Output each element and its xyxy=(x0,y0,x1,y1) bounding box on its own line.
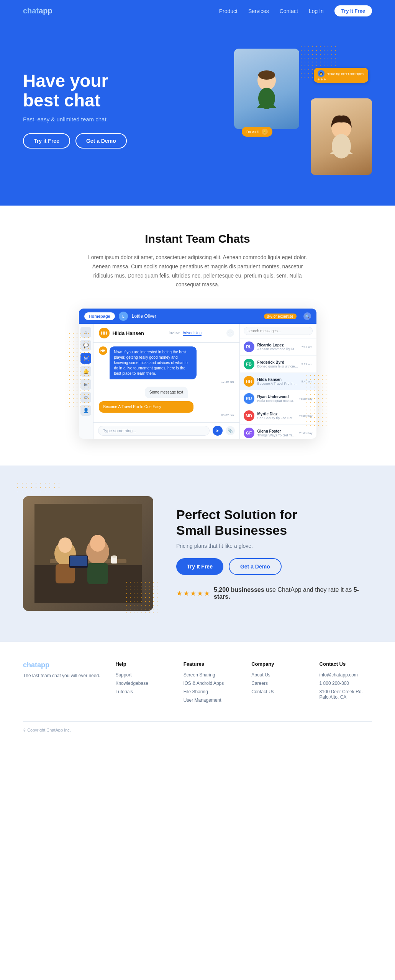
hero-content: Have your best chat Fast, easy & unlimit… xyxy=(23,71,127,149)
contact-info: Frederick Byrd Donec quam felis ultricie… xyxy=(257,360,298,368)
footer-link[interactable]: User Management xyxy=(184,697,236,703)
stars-display: ★★★★★ xyxy=(176,589,211,598)
business-buttons: Try It Free Get a Demo xyxy=(176,558,372,575)
footer-top: chatapp The last team chat you will ever… xyxy=(23,661,372,706)
contact-name: Myrtle Diaz xyxy=(257,412,296,416)
nav-link-services[interactable]: Services xyxy=(248,8,269,14)
contact-avatar: RU xyxy=(244,393,254,404)
footer-col-0: HelpSupportKnowledgebaseTutorials xyxy=(115,661,168,706)
nav-link-product[interactable]: Product xyxy=(219,8,238,14)
contact-info: Myrtle Diaz Sed Beauty tip For Get Last … xyxy=(257,412,296,420)
footer-bottom: © Copyright ChatApp Inc. xyxy=(23,721,372,732)
stats-bold: 5,200 businesses xyxy=(214,586,264,593)
footer-link[interactable]: Contact Us xyxy=(251,689,304,694)
section-small-business: Perfect Solution for Small Businesses Pr… xyxy=(0,466,395,642)
dots-right xyxy=(305,374,328,427)
footer-col-3: Contact Usinfo@chatapp.com1 800 200-3003… xyxy=(320,661,372,706)
footer-logo: chatapp xyxy=(23,661,100,669)
contact-avatar: RL xyxy=(244,341,254,352)
contact-preview: Nulla consequat massa. xyxy=(257,399,296,403)
chat-tab-inview[interactable]: Inview xyxy=(169,331,179,336)
footer-link[interactable]: Screen Sharing xyxy=(184,672,236,678)
imonit-avatar: 😊 xyxy=(262,129,268,135)
contact-avatar: GF xyxy=(244,428,254,438)
hero-imonit-badge: I'm on it! 😊 xyxy=(242,127,272,137)
business-try-free-button[interactable]: Try It Free xyxy=(176,558,223,575)
hero-buttons: Try it Free Get a Demo xyxy=(23,133,127,149)
msg3-time: 00:07 am xyxy=(99,413,234,417)
contact-info: Ricardo Lopez Aenean commodo ligula eget… xyxy=(257,343,298,351)
footer-link[interactable]: Knowledgebase xyxy=(115,681,168,686)
footer-col-title: Features xyxy=(184,661,236,667)
send-button[interactable]: ➤ xyxy=(213,426,223,436)
hero-headline: Have your best chat xyxy=(23,71,127,110)
nav-logo: chatapp xyxy=(23,7,52,15)
business-image-wrapper xyxy=(23,496,153,611)
hero-get-demo-button[interactable]: Get a Demo xyxy=(75,133,127,149)
footer-col-title: Help xyxy=(115,661,168,667)
hero-section: Have your best chat Fast, easy & unlimit… xyxy=(0,22,395,206)
contact-preview: Donec quam felis ultricies nec... xyxy=(257,364,298,368)
footer-link[interactable]: 1 800 200-300 xyxy=(320,681,372,686)
nav-links: Product Services Contact Log In Try It F… xyxy=(219,5,372,16)
footer-link[interactable]: 3100 Deer Creek Rd. Palo Alto, CA xyxy=(320,689,372,700)
contact-avatar: HH xyxy=(244,376,254,387)
app-body: ⌂ 💬 ✉ 🔔 ⊞ ⚙ 👤 HH Hilda Hansen xyxy=(79,324,316,439)
chat-input-row: Type something... ➤ 📎 xyxy=(93,422,239,439)
footer-col-2: CompanyAbout UsCareersContact Us xyxy=(251,661,304,706)
hero-try-free-button[interactable]: Try it Free xyxy=(23,133,70,149)
contact-item[interactable]: RL Ricardo Lopez Aenean commodo ligula e… xyxy=(240,338,316,356)
footer-brand: chatapp The last team chat you will ever… xyxy=(23,661,100,706)
msg-bubble-3: Become A Travel Pro In One Easy xyxy=(99,401,193,413)
footer-link[interactable]: About Us xyxy=(251,672,304,678)
contact-time: 7:17 am xyxy=(302,345,313,349)
contact-avatar: MD xyxy=(244,410,254,421)
footer-col-1: FeaturesScreen SharingiOS & Android Apps… xyxy=(184,661,236,706)
svg-rect-12 xyxy=(87,563,108,584)
chat-messages: HH Now, if you are interested in being t… xyxy=(93,343,239,422)
dots-left xyxy=(67,332,90,408)
footer-link[interactable]: info@chatapp.com xyxy=(320,672,372,678)
footer-link[interactable]: File Sharing xyxy=(184,689,236,694)
footer-link[interactable]: Careers xyxy=(251,681,304,686)
nav-link-contact[interactable]: Contact xyxy=(280,8,298,14)
footer-tagline: The last team chat you will ever need. xyxy=(23,672,100,679)
chat-more-icon[interactable]: ⋯ xyxy=(226,329,234,337)
topbar-avatar: L xyxy=(119,312,128,321)
contact-avatar: FB xyxy=(244,359,254,369)
business-get-demo-button[interactable]: Get a Demo xyxy=(229,558,282,575)
msg-bubble-2: Some message text xyxy=(145,387,188,398)
hero-subtext: Fast, easy & unlimited team chat. xyxy=(23,116,127,122)
footer-link[interactable]: Support xyxy=(115,672,168,678)
section-team-chats: Instant Team Chats Lorem ipsum dolor sit… xyxy=(0,206,395,466)
contacts-search-input[interactable] xyxy=(244,327,313,335)
business-subtitle: Pricing plans that fit like a glove. xyxy=(176,543,372,549)
contact-name: Ricardo Lopez xyxy=(257,343,298,347)
topbar-name: Lottie Oliver xyxy=(132,314,156,319)
contact-preview: Things Ways To Get Travel Insur... xyxy=(257,433,296,437)
attach-icon[interactable]: 📎 xyxy=(226,426,235,435)
bubble-avatar: 👩 xyxy=(318,70,325,77)
chat-input[interactable]: Type something... xyxy=(98,426,210,436)
app-frame: Homepage L Lottie Oliver 8% of expertise… xyxy=(79,309,316,439)
app-chat-panel: HH Hilda Hansen Inview Advertising ⋯ HH xyxy=(93,324,240,439)
chat-tab-advertising[interactable]: Advertising xyxy=(183,331,202,336)
msg1-avatar: HH xyxy=(99,346,107,355)
contact-name: Glenn Foster xyxy=(257,429,296,433)
navbar: chatapp Product Services Contact Log In … xyxy=(0,0,395,22)
app-tab-homepage[interactable]: Homepage xyxy=(84,312,115,320)
contact-preview: Aenean commodo ligula eget... xyxy=(257,347,298,351)
chat-header-tabs: Inview Advertising xyxy=(169,331,202,336)
contact-name: Ryan Underwood xyxy=(257,395,296,399)
footer-link[interactable]: Tutorials xyxy=(115,689,168,694)
topbar-search-icon[interactable]: 🔍 xyxy=(303,312,311,320)
nav-try-free-button[interactable]: Try It Free xyxy=(334,5,372,16)
footer-link[interactable]: iOS & Android Apps xyxy=(184,681,236,686)
topbar-badge: 8% of expertise xyxy=(264,314,297,319)
contact-item[interactable]: FB Frederick Byrd Donec quam felis ultri… xyxy=(240,356,316,373)
dots-business-top xyxy=(15,481,61,492)
nav-link-login[interactable]: Log In xyxy=(309,8,324,14)
contact-name: Frederick Byrd xyxy=(257,360,298,364)
dots-business-corner xyxy=(125,580,159,615)
footer: chatapp The last team chat you will ever… xyxy=(0,642,395,744)
